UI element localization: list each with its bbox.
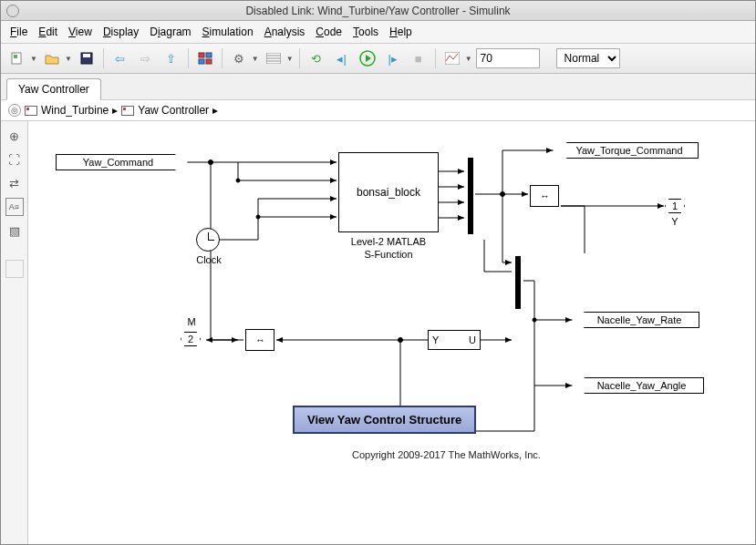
block-goto-yaw-torque[interactable]: Yaw_Torque_Command — [553, 142, 699, 159]
menu-analysis[interactable]: Analysis — [261, 24, 309, 40]
step-forward-button[interactable]: |▸ — [382, 47, 404, 69]
label-port1: 1 — [672, 201, 678, 211]
window-close-button[interactable] — [6, 5, 19, 17]
simulation-mode-select[interactable]: Normal — [556, 48, 620, 68]
open-dropdown-icon[interactable]: ▼ — [65, 55, 72, 63]
menu-display[interactable]: Display — [99, 24, 142, 40]
label-yaw-command: Yaw_Command — [83, 157, 153, 168]
block-clock[interactable] — [196, 228, 220, 252]
breadcrumb-sub[interactable]: Yaw Controller — [138, 104, 209, 117]
label-u: U — [469, 334, 476, 345]
arrows-icon: ↔ — [540, 190, 549, 201]
stop-button[interactable]: ■ — [408, 47, 430, 69]
label-nacelle-rate: Nacelle_Yaw_Rate — [597, 314, 682, 325]
back-button[interactable]: ⇦ — [109, 47, 131, 69]
view-yaw-control-structure-button[interactable]: View Yaw Control Structure — [293, 406, 476, 434]
block-mux-2[interactable] — [515, 256, 521, 309]
navigate-history-icon[interactable]: ◎ — [8, 104, 21, 117]
arrows-icon: ↔ — [255, 334, 264, 345]
label-bonsai-caption1: Level-2 MATLAB — [338, 236, 439, 247]
label-yaw-torque: Yaw_Torque_Command — [575, 145, 682, 156]
block-rate-transition-1[interactable]: ↔ — [530, 185, 559, 207]
explorer-dropdown-icon[interactable]: ▼ — [286, 55, 294, 63]
label-bonsai-caption2: S-Function — [338, 249, 439, 260]
block-yu[interactable]: Y U — [428, 330, 481, 350]
block-mux-1[interactable] — [468, 158, 473, 234]
library-browser-button[interactable] — [194, 47, 216, 69]
block-goto-nacelle-rate[interactable]: Nacelle_Yaw_Rate — [572, 312, 699, 328]
fast-restart-button[interactable]: ⟲ — [306, 47, 327, 69]
svg-rect-5 — [206, 53, 212, 57]
zoom-icon[interactable]: ⊕ — [5, 127, 24, 145]
label-bonsai: bonsai_block — [357, 186, 420, 199]
menu-diagram[interactable]: Diagram — [146, 24, 194, 40]
svg-rect-3 — [83, 54, 90, 57]
scope-dropdown-icon[interactable]: ▼ — [465, 55, 472, 63]
block-outport-1[interactable]: 1 — [665, 199, 685, 213]
new-button[interactable] — [6, 47, 28, 69]
svg-rect-6 — [199, 59, 204, 64]
toolbar: ▼ ▼ ⇦ ⇨ ⇧ ⚙ ▼ ▼ ⟲ ◂| |▸ ■ ▼ Normal — [1, 44, 755, 74]
model-config-button[interactable]: ⚙ — [228, 47, 250, 69]
palette: ⊕ ⛶ ⇄ A≡ ▧ — [1, 121, 28, 544]
block-goto-nacelle-angle[interactable]: Nacelle_Yaw_Angle — [572, 377, 704, 394]
tab-yaw-controller[interactable]: Yaw Controller — [6, 78, 101, 100]
image-icon[interactable]: ▧ — [5, 221, 24, 240]
label-outport-y: Y — [667, 216, 683, 227]
title-bar: Disabled Link: Wind_Turbine/Yaw Controll… — [1, 1, 755, 21]
block-inport-yaw-command[interactable]: Yaw_Command — [56, 154, 188, 170]
new-dropdown-icon[interactable]: ▼ — [30, 55, 37, 63]
window-title: Disabled Link: Wind_Turbine/Yaw Controll… — [245, 5, 510, 17]
up-button[interactable]: ⇧ — [161, 47, 182, 69]
menu-code[interactable]: Code — [312, 24, 346, 40]
label-y: Y — [432, 334, 439, 345]
subsystem-icon — [121, 106, 134, 116]
menu-edit[interactable]: Edit — [35, 24, 61, 40]
save-button[interactable] — [76, 47, 98, 69]
menu-help[interactable]: Help — [386, 24, 416, 40]
label-m: M — [183, 316, 200, 327]
block-inport-2[interactable]: 2 — [181, 332, 201, 346]
block-bonsai[interactable]: bonsai_block — [338, 152, 439, 232]
stop-time-input[interactable] — [476, 48, 540, 68]
tab-row: Yaw Controller — [1, 74, 755, 100]
step-back-button[interactable]: ◂| — [331, 47, 353, 69]
annotation-icon[interactable]: A≡ — [5, 198, 24, 216]
menu-tools[interactable]: Tools — [349, 24, 382, 40]
empty-palette-icon[interactable] — [5, 260, 24, 278]
svg-rect-7 — [206, 59, 212, 64]
model-explorer-button[interactable] — [263, 47, 285, 69]
label-nacelle-angle: Nacelle_Yaw_Angle — [597, 380, 687, 391]
config-dropdown-icon[interactable]: ▼ — [252, 55, 259, 63]
label-port2: 2 — [188, 334, 193, 344]
menu-view[interactable]: View — [65, 24, 96, 40]
breadcrumb-bar: ◎ Wind_Turbine ▸ Yaw Controller ▸ — [1, 100, 755, 121]
open-button[interactable] — [41, 47, 63, 69]
breadcrumb-root[interactable]: Wind_Turbine — [41, 104, 109, 117]
breadcrumb-sep-icon: ▸ — [212, 104, 218, 117]
menu-bar: File Edit View Display Diagram Simulatio… — [1, 21, 755, 44]
run-button[interactable] — [357, 47, 378, 69]
toggle-icon[interactable]: ⇄ — [5, 174, 24, 192]
svg-rect-4 — [199, 53, 204, 57]
fit-icon[interactable]: ⛶ — [5, 150, 24, 169]
menu-file[interactable]: File — [6, 24, 31, 40]
copyright-text: Copyright 2009-2017 The MathWorks, Inc. — [352, 449, 541, 460]
svg-point-16 — [256, 215, 260, 219]
breadcrumb-sep-icon: ▸ — [112, 104, 118, 117]
scope-button[interactable] — [441, 47, 463, 69]
forward-button[interactable]: ⇨ — [135, 47, 157, 69]
svg-rect-1 — [14, 55, 17, 58]
model-icon — [25, 106, 37, 116]
label-clock: Clock — [191, 254, 227, 265]
block-rate-transition-2[interactable]: ↔ — [245, 329, 274, 351]
canvas[interactable]: Yaw_Command bonsai_block Level-2 MATLAB … — [28, 121, 755, 544]
menu-simulation[interactable]: Simulation — [199, 24, 257, 40]
